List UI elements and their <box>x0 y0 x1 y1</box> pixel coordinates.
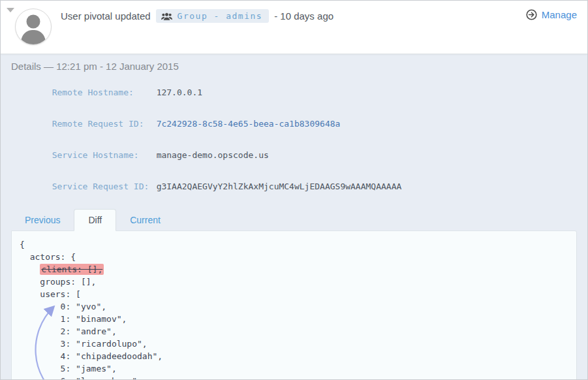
diff-line: { <box>20 238 568 251</box>
audit-detail-page: User pivotal updated Group - admins - 10… <box>0 0 588 380</box>
arrow-circle-icon <box>526 9 537 20</box>
request-details: Remote Hostname:127.0.0.1 Remote Request… <box>11 77 577 202</box>
tab-diff[interactable]: Diff <box>74 209 116 231</box>
activity-text: User pivotal updated <box>61 10 151 22</box>
service-hostname-value: manage-demo.opscode.us <box>157 150 269 160</box>
manage-link[interactable]: Manage <box>526 9 577 20</box>
time-ago: - 10 days ago <box>274 10 333 22</box>
details-title: Details — 12:21 pm - 12 January 2015 <box>11 61 577 72</box>
manage-label: Manage <box>542 9 577 20</box>
detail-label: Service Hostname: <box>52 150 157 161</box>
activity-summary: User pivotal updated Group - admins - 10… <box>61 9 333 23</box>
diff-tabs: Previous Diff Current <box>11 210 577 230</box>
tab-current[interactable]: Current <box>116 210 174 230</box>
details-section: Details — 12:21 pm - 12 January 2015 Rem… <box>1 54 587 380</box>
detail-label: Remote Hostname: <box>52 87 157 98</box>
removed-highlight: clients: [], <box>40 264 104 275</box>
collapse-chevron-icon[interactable] <box>7 8 14 12</box>
diff-line: 0: "yvo", <box>20 300 568 313</box>
detail-row-remote-request-id: Remote Request ID:7c242928-8c58-4e65-bee… <box>11 108 577 140</box>
group-icon <box>161 12 172 21</box>
diff-line: users: [ <box>20 288 568 300</box>
group-badge-label: Group - admins <box>178 11 263 21</box>
remote-request-id-value[interactable]: 7c242928-8c58-4e65-beea-ca1b8309648a <box>157 119 341 129</box>
diff-line: 2: "andre", <box>20 325 568 338</box>
diff-line: actors: { <box>20 251 568 263</box>
diff-line: 5: "james", <box>20 362 568 375</box>
diff-view: { actors: { clients: [], groups: [], use… <box>11 230 577 380</box>
diff-line: 3: "ricardolupo", <box>20 338 568 350</box>
detail-row-remote-hostname: Remote Hostname:127.0.0.1 <box>11 77 577 108</box>
diff-line: 1: "binamov", <box>20 313 568 325</box>
detail-label: Service Request ID: <box>52 182 157 192</box>
tab-previous[interactable]: Previous <box>11 210 74 230</box>
detail-row-service-hostname: Service Hostname:manage-demo.opscode.us <box>11 140 577 171</box>
diff-line: 6: "larryebaum", <box>20 375 568 380</box>
remote-hostname-value: 127.0.0.1 <box>157 87 202 97</box>
avatar <box>15 8 52 45</box>
group-badge[interactable]: Group - admins <box>156 9 270 23</box>
person-silhouette-icon <box>16 9 51 44</box>
detail-row-service-request-id: Service Request ID:g3IAA2QAEGVyY2hlZkAxM… <box>11 171 577 202</box>
service-request-id-value: g3IAA2QAEGVyY2hlZkAxMjcuMC4wLjEDAAGS9wAA… <box>157 182 402 191</box>
activity-header: User pivotal updated Group - admins - 10… <box>1 1 587 54</box>
detail-label: Remote Request ID: <box>52 119 157 129</box>
diff-line: 4: "chipadeedoodah", <box>20 350 568 362</box>
diff-line: groups: [], <box>20 276 568 288</box>
diff-line-removed: clients: [], <box>20 263 568 276</box>
